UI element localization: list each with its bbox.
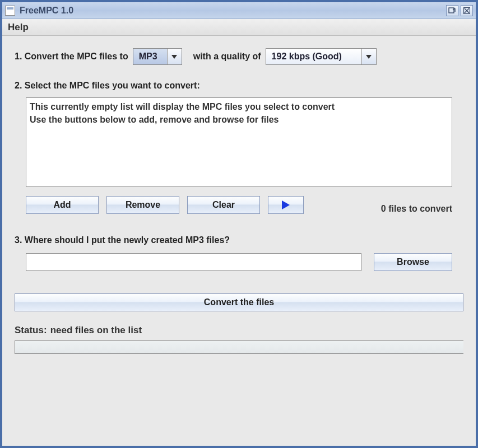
browse-button[interactable]: Browse: [374, 253, 452, 271]
step1-label-mid: with a quality of: [193, 52, 261, 62]
status-label: Status:: [15, 325, 47, 336]
window-title: FreeMPC 1.0: [20, 6, 446, 16]
convert-button[interactable]: Convert the files: [15, 293, 463, 311]
add-button[interactable]: Add: [26, 196, 99, 214]
output-row: Browse: [26, 253, 452, 271]
clear-button[interactable]: Clear: [187, 196, 260, 214]
file-buttons-row: Add Remove Clear 0 files to convert: [26, 196, 452, 214]
play-icon: [282, 200, 290, 209]
chevron-down-icon: [167, 49, 182, 64]
step2-label: 2. Select the MPC files you want to conv…: [15, 81, 463, 91]
quality-value: 192 kbps (Good): [266, 49, 361, 64]
quality-dropdown[interactable]: 192 kbps (Good): [266, 48, 377, 65]
close-button[interactable]: [461, 5, 473, 16]
play-button[interactable]: [268, 196, 304, 214]
content-area: 1. Convert the MPC files to MP3 with a q…: [2, 36, 476, 446]
menubar: Help: [2, 19, 476, 36]
remove-button[interactable]: Remove: [106, 196, 179, 214]
file-list-hint1: This currently empty list will display t…: [30, 100, 448, 113]
titlebar[interactable]: FreeMPC 1.0: [2, 2, 476, 19]
file-list[interactable]: This currently empty list will display t…: [26, 97, 452, 187]
step1-row: 1. Convert the MPC files to MP3 with a q…: [15, 48, 463, 65]
file-count: 0 files to convert: [381, 196, 452, 214]
menu-help[interactable]: Help: [8, 22, 29, 33]
progress-bar: [15, 340, 463, 354]
status-row: Status: need files on the list: [15, 325, 463, 336]
app-window: FreeMPC 1.0 Help 1. Convert the MPC file…: [0, 0, 478, 448]
maximize-button[interactable]: [446, 5, 458, 16]
step3-section: 3. Where should I put the newly created …: [15, 235, 463, 271]
format-value: MP3: [133, 49, 167, 64]
convert-row: Convert the files: [15, 293, 463, 311]
window-controls: [446, 5, 473, 16]
file-list-hint2: Use the buttons below to add, remove and…: [30, 113, 448, 126]
status-text: need files on the list: [50, 325, 142, 336]
step3-label: 3. Where should I put the newly created …: [15, 235, 463, 245]
close-icon: [463, 7, 470, 14]
step1-label-before: 1. Convert the MPC files to: [15, 52, 128, 62]
output-path-input[interactable]: [26, 253, 361, 271]
app-icon: [5, 6, 15, 16]
maximize-icon: [448, 7, 456, 14]
format-dropdown[interactable]: MP3: [133, 48, 182, 65]
chevron-down-icon: [361, 49, 376, 64]
svg-rect-0: [449, 8, 454, 13]
